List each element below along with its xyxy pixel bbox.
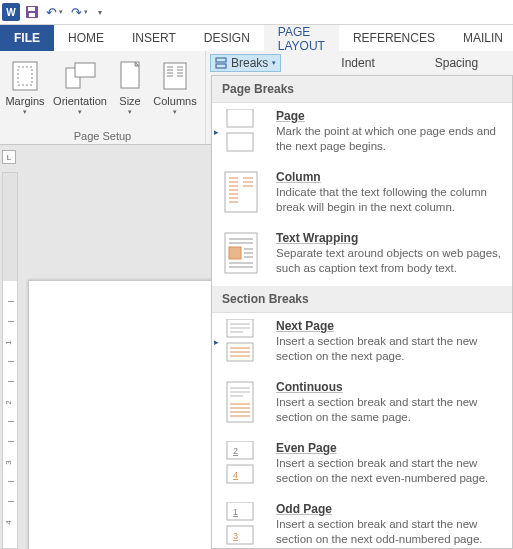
save-button[interactable] — [24, 4, 40, 20]
svg-rect-17 — [216, 58, 226, 62]
vertical-ruler[interactable]: 1 2 3 4 — [2, 172, 18, 549]
break-page-title: Page — [276, 109, 502, 123]
tab-mailings[interactable]: MAILIN — [449, 25, 513, 51]
quick-access-toolbar: W ↶▾ ↷▾ ▾ — [0, 0, 513, 25]
tab-file[interactable]: FILE — [0, 25, 54, 51]
text-wrapping-break-icon — [222, 231, 260, 275]
redo-button[interactable]: ↷▾ — [69, 5, 90, 20]
svg-rect-6 — [75, 63, 95, 77]
break-odd-page[interactable]: 1 3 Odd Page Insert a section break and … — [212, 496, 512, 549]
customize-qat-button[interactable]: ▾ — [98, 8, 102, 17]
breaks-dropdown: Page Breaks ▸ Page Mark the point at whi… — [211, 75, 513, 549]
spacing-label: Spacing — [435, 56, 478, 70]
breaks-icon — [215, 57, 227, 69]
svg-rect-20 — [227, 133, 253, 151]
orientation-icon — [50, 57, 110, 95]
columns-button[interactable]: Columns▾ — [150, 55, 200, 118]
tab-insert[interactable]: INSERT — [118, 25, 190, 51]
break-textwrap-desc: Separate text around objects on web page… — [276, 246, 502, 276]
breaks-button[interactable]: Breaks ▾ — [210, 54, 281, 72]
break-even-page[interactable]: 2 4 Even Page Insert a section break and… — [212, 435, 512, 496]
svg-rect-18 — [216, 64, 226, 68]
page-setup-group-label: Page Setup — [0, 130, 205, 144]
svg-rect-59 — [227, 465, 253, 483]
svg-rect-2 — [29, 13, 35, 17]
page-break-icon: ▸ — [222, 109, 260, 153]
column-break-icon — [222, 170, 260, 214]
undo-button[interactable]: ↶▾ — [44, 5, 65, 20]
page-setup-group: Margins▾ Orientation▾ Size▾ Columns▾ Pag… — [0, 51, 206, 144]
margins-button[interactable]: Margins▾ — [0, 55, 50, 118]
svg-rect-63 — [227, 526, 253, 544]
break-page[interactable]: ▸ Page Mark the point at which one page … — [212, 103, 512, 164]
tab-selector[interactable]: L — [2, 150, 16, 164]
indent-label: Indent — [341, 56, 374, 70]
svg-text:2: 2 — [233, 446, 238, 456]
even-page-break-icon: 2 4 — [222, 441, 260, 485]
svg-rect-57 — [227, 441, 253, 459]
odd-page-break-icon: 1 3 — [222, 502, 260, 546]
break-nextpage-desc: Insert a section break and start the new… — [276, 334, 502, 364]
size-icon — [110, 57, 150, 95]
word-app-icon: W — [2, 3, 20, 21]
svg-rect-3 — [13, 62, 37, 90]
svg-rect-35 — [229, 247, 241, 259]
break-continuous-desc: Insert a section break and start the new… — [276, 395, 502, 425]
break-oddpage-title: Odd Page — [276, 502, 502, 516]
size-button[interactable]: Size▾ — [110, 55, 150, 118]
tab-home[interactable]: HOME — [54, 25, 118, 51]
continuous-break-icon — [222, 380, 260, 424]
svg-text:4: 4 — [233, 470, 238, 480]
break-textwrap-title: Text Wrapping — [276, 231, 502, 245]
svg-text:1: 1 — [233, 507, 238, 517]
break-column[interactable]: Column Indicate that the text following … — [212, 164, 512, 225]
break-page-desc: Mark the point at which one page ends an… — [276, 124, 502, 154]
page-breaks-header: Page Breaks — [212, 76, 512, 103]
columns-icon — [150, 57, 200, 95]
break-evenpage-desc: Insert a section break and start the new… — [276, 456, 502, 486]
svg-rect-61 — [227, 502, 253, 520]
orientation-button[interactable]: Orientation▾ — [50, 55, 110, 118]
break-next-page[interactable]: ▸ Next Page Insert a section break and s… — [212, 313, 512, 374]
svg-rect-1 — [28, 7, 35, 11]
next-page-break-icon: ▸ — [222, 319, 260, 363]
break-column-desc: Indicate that the text following the col… — [276, 185, 502, 215]
tab-page-layout[interactable]: PAGE LAYOUT — [264, 25, 339, 51]
break-continuous[interactable]: Continuous Insert a section break and st… — [212, 374, 512, 435]
break-continuous-title: Continuous — [276, 380, 502, 394]
break-nextpage-title: Next Page — [276, 319, 502, 333]
break-text-wrapping[interactable]: Text Wrapping Separate text around objec… — [212, 225, 512, 286]
break-oddpage-desc: Insert a section break and start the new… — [276, 517, 502, 547]
tab-design[interactable]: DESIGN — [190, 25, 264, 51]
margins-icon — [0, 57, 50, 95]
svg-text:3: 3 — [233, 531, 238, 541]
svg-rect-19 — [227, 109, 253, 127]
ribbon-tabs: FILE HOME INSERT DESIGN PAGE LAYOUT REFE… — [0, 25, 513, 51]
tab-references[interactable]: REFERENCES — [339, 25, 449, 51]
section-breaks-header: Section Breaks — [212, 286, 512, 313]
break-column-title: Column — [276, 170, 502, 184]
break-evenpage-title: Even Page — [276, 441, 502, 455]
